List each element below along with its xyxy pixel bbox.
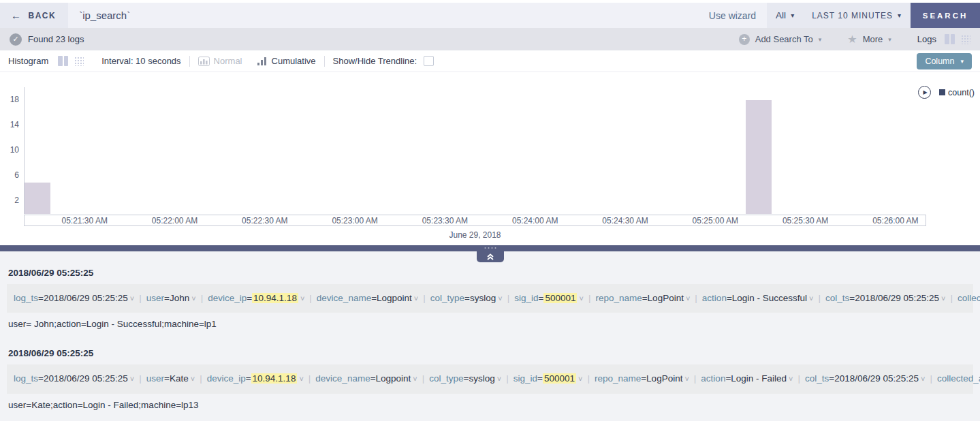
legend-item-count[interactable]: count() <box>939 88 975 97</box>
field-value: Login - Successful <box>732 293 807 303</box>
field-key: log_ts <box>14 373 38 384</box>
log-field-user[interactable]: user=John˅ <box>146 293 196 303</box>
chevron-down-icon: ˅ <box>921 375 925 383</box>
field-separator: | <box>587 373 590 384</box>
log-field-collected_at[interactable]: collected_at=LogPoint˅ <box>958 293 980 303</box>
log-field-log_ts[interactable]: log_ts=2018/06/29 05:25:25˅ <box>14 373 134 384</box>
chevron-down-icon: ˅ <box>299 375 303 383</box>
more-dropdown[interactable]: ★ More ▾ <box>847 33 891 46</box>
repo-scope-dropdown[interactable]: All ▾ <box>767 3 803 28</box>
log-field-col_ts[interactable]: col_ts=2018/06/29 05:25:25˅ <box>825 293 945 303</box>
x-tick-label: 05:24:00 AM <box>512 216 558 225</box>
field-separator: | <box>694 373 697 384</box>
y-tick-label: 14 <box>10 120 19 129</box>
x-tick-label: 05:25:30 AM <box>783 216 828 225</box>
log-field-device_name[interactable]: device_name=Logpoint˅ <box>315 373 417 384</box>
search-query-input[interactable]: `ip_search` Use wizard <box>68 3 767 28</box>
result-status-bar: ✓ Found 23 logs + Add Search To ▾ ★ More… <box>0 28 980 50</box>
field-separator: | <box>819 293 821 303</box>
back-label: BACK <box>29 11 57 20</box>
chevron-down-icon: ▾ <box>819 36 822 43</box>
field-key: device_ip <box>207 373 246 384</box>
chart-plot-area <box>24 87 926 214</box>
log-field-sig_id[interactable]: sig_id=500001˅ <box>514 293 584 303</box>
normal-mode-label: Normal <box>214 56 242 66</box>
log-field-repo_name[interactable]: repo_name=LogPoint˅ <box>595 293 690 303</box>
chevron-down-icon: ˅ <box>191 375 195 383</box>
log-field-action[interactable]: action=Login - Failed˅ <box>701 373 793 384</box>
logpoint-search-page: ← BACK `ip_search` Use wizard All ▾ LAST… <box>0 0 980 421</box>
x-tick-label: 05:22:00 AM <box>152 216 197 225</box>
field-separator: | <box>507 293 510 303</box>
log-field-col_type[interactable]: col_type=syslog˅ <box>429 373 501 384</box>
field-separator: | <box>930 373 933 384</box>
field-value: LogPoint <box>648 293 684 303</box>
field-value: 10.94.1.18 <box>252 293 298 303</box>
log-field-device_name[interactable]: device_name=Logpoint˅ <box>317 293 418 303</box>
chevron-down-icon: ˅ <box>579 294 583 302</box>
field-value: Kate <box>170 373 189 384</box>
histogram-bar[interactable] <box>25 183 50 215</box>
chevron-down-icon: ˅ <box>498 294 502 302</box>
chevron-down-icon: ˅ <box>789 375 793 383</box>
log-field-col_type[interactable]: col_type=syslog˅ <box>430 293 503 303</box>
log-field-sig_id[interactable]: sig_id=500001˅ <box>513 373 583 384</box>
log-field-action[interactable]: action=Login - Successful˅ <box>702 293 814 303</box>
field-value: John <box>170 293 189 303</box>
found-logs-status: ✓ Found 23 logs <box>10 33 84 46</box>
chevron-down-icon: ˅ <box>809 294 813 302</box>
log-field-user[interactable]: user=Kate˅ <box>146 373 195 384</box>
split-view-icon[interactable] <box>58 56 68 66</box>
log-field-collected_at[interactable]: collected_at=LogPoint˅ <box>937 373 980 384</box>
log-field-device_ip[interactable]: device_ip=10.94.1.18˅ <box>208 293 304 303</box>
field-key: sig_id <box>514 293 538 303</box>
back-button[interactable]: ← BACK <box>0 3 68 28</box>
field-separator: | <box>201 293 204 303</box>
field-value: 2018/06/29 05:25:25 <box>834 373 919 384</box>
use-wizard-link[interactable]: Use wizard <box>709 10 756 21</box>
cumulative-mode-label: Cumulative <box>272 56 316 66</box>
log-field-device_ip[interactable]: device_ip=10.94.1.18˅ <box>207 373 304 384</box>
field-value: 500001 <box>543 293 577 303</box>
chart-type-column-dropdown[interactable]: Column ▾ <box>917 53 972 69</box>
log-field-log_ts[interactable]: log_ts=2018/06/29 05:25:25˅ <box>14 293 134 303</box>
add-search-to-dropdown[interactable]: + Add Search To ▾ <box>739 34 822 45</box>
x-tick-label: 05:23:00 AM <box>332 216 377 225</box>
status-actions: + Add Search To ▾ ★ More ▾ Logs <box>739 33 970 46</box>
collapse-panel-button[interactable] <box>477 251 504 262</box>
y-tick-label: 2 <box>14 196 19 205</box>
field-value: 10.94.1.18 <box>251 373 298 384</box>
grid-view-icon[interactable] <box>960 34 970 44</box>
chevron-down-icon: ˅ <box>941 294 945 302</box>
check-circle-icon: ✓ <box>10 33 22 46</box>
legend-swatch <box>939 89 945 95</box>
chevron-down-icon: ˅ <box>130 294 134 302</box>
histogram-label: Histogram <box>8 56 48 66</box>
log-fields-row: log_ts=2018/06/29 05:25:25˅|user=Kate˅|d… <box>7 364 973 393</box>
logs-view-label: Logs <box>917 34 936 44</box>
time-range-dropdown[interactable]: LAST 10 MINUTES ▾ <box>803 3 911 28</box>
field-separator: | <box>423 293 426 303</box>
log-field-col_ts[interactable]: col_ts=2018/06/29 05:25:25˅ <box>805 373 925 384</box>
normal-mode-button[interactable]: Normal <box>198 56 242 66</box>
chevron-down-icon: ˅ <box>578 375 582 383</box>
x-tick-label: 05:23:30 AM <box>422 216 468 225</box>
drag-handle-dots <box>484 247 496 249</box>
chart-legend: ▶ count() <box>918 86 975 99</box>
x-tick-label: 05:22:30 AM <box>242 216 287 225</box>
y-tick-label: 10 <box>10 145 19 155</box>
histogram-bar[interactable] <box>746 100 772 214</box>
chevron-down-icon: ˅ <box>686 294 690 302</box>
log-field-repo_name[interactable]: repo_name=LogPoint˅ <box>595 373 689 384</box>
field-separator: | <box>309 293 312 303</box>
search-button[interactable]: SEARCH <box>911 3 980 28</box>
chevron-down-icon: ▾ <box>888 36 891 43</box>
split-view-icon[interactable] <box>945 34 955 44</box>
trendline-checkbox[interactable] <box>424 56 434 66</box>
x-tick-label: 05:21:30 AM <box>61 216 107 225</box>
log-entry: 2018/06/29 05:25:25 log_ts=2018/06/29 05… <box>7 348 973 409</box>
field-separator: | <box>798 373 801 384</box>
grid-view-icon[interactable] <box>74 56 84 66</box>
y-axis-ticks: 26101418 <box>4 87 19 214</box>
cumulative-mode-button[interactable]: Cumulative <box>257 56 316 66</box>
